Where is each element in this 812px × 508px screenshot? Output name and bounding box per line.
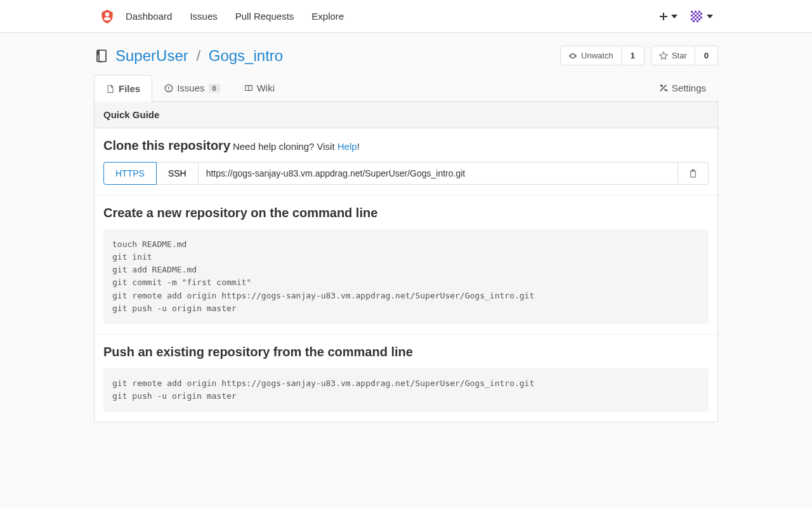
create-repo-title: Create a new repository on the command l… bbox=[103, 206, 709, 220]
svg-rect-3 bbox=[698, 11, 700, 13]
quick-guide-panel: Quick Guide Clone this repository Need h… bbox=[94, 102, 718, 422]
svg-rect-11 bbox=[697, 17, 698, 18]
tab-issues[interactable]: Issues 0 bbox=[152, 74, 232, 101]
clone-section: Clone this repository Need help cloning?… bbox=[95, 128, 717, 196]
unwatch-label: Unwatch bbox=[581, 51, 613, 60]
quick-guide-header: Quick Guide bbox=[95, 102, 717, 128]
create-repo-code[interactable]: touch README.md git init git add README.… bbox=[103, 229, 709, 324]
tab-settings-label: Settings bbox=[672, 83, 706, 93]
svg-rect-5 bbox=[697, 13, 698, 15]
star-icon bbox=[659, 51, 668, 60]
help-link[interactable]: Help bbox=[337, 141, 357, 152]
nav-issues[interactable]: Issues bbox=[190, 11, 217, 22]
nav-dashboard[interactable]: Dashboard bbox=[126, 11, 172, 22]
issues-count-badge: 0 bbox=[209, 84, 220, 93]
star-count[interactable]: 0 bbox=[695, 46, 718, 65]
svg-rect-6 bbox=[700, 13, 702, 15]
nav-pull-requests[interactable]: Pull Requests bbox=[235, 11, 294, 22]
user-menu[interactable] bbox=[689, 9, 713, 24]
clone-title: Clone this repository bbox=[103, 138, 230, 152]
tab-issues-label: Issues bbox=[177, 83, 204, 93]
create-menu[interactable] bbox=[658, 11, 678, 22]
chevron-down-icon bbox=[671, 15, 678, 18]
svg-point-21 bbox=[98, 53, 98, 54]
svg-rect-14 bbox=[695, 18, 697, 20]
clipboard-icon bbox=[688, 169, 698, 178]
push-repo-code[interactable]: git remote add origin https://gogs-sanja… bbox=[103, 368, 709, 411]
repo-tabs: Files Issues 0 Wiki Settings bbox=[94, 74, 718, 102]
svg-rect-16 bbox=[693, 20, 695, 22]
svg-rect-8 bbox=[695, 15, 697, 17]
svg-rect-4 bbox=[693, 13, 695, 15]
push-repo-title: Push an existing repository from the com… bbox=[103, 345, 709, 359]
star-label: Star bbox=[672, 51, 687, 60]
svg-rect-17 bbox=[697, 20, 698, 22]
repo-name-link[interactable]: Gogs_intro bbox=[209, 47, 283, 64]
svg-rect-2 bbox=[695, 11, 697, 13]
svg-rect-10 bbox=[693, 17, 695, 18]
create-repo-section: Create a new repository on the command l… bbox=[95, 196, 717, 335]
repo-icon bbox=[94, 48, 109, 64]
svg-rect-12 bbox=[700, 17, 702, 18]
svg-rect-9 bbox=[698, 15, 700, 17]
tools-icon bbox=[658, 83, 668, 93]
top-navigation: Dashboard Issues Pull Requests Explore bbox=[0, 0, 812, 33]
star-button[interactable]: Star bbox=[651, 46, 695, 65]
svg-rect-7 bbox=[691, 15, 693, 17]
ssh-button[interactable]: SSH bbox=[157, 162, 199, 185]
issue-icon bbox=[164, 84, 173, 93]
file-icon bbox=[106, 84, 115, 93]
gogs-logo-icon[interactable] bbox=[99, 8, 115, 25]
copy-url-button[interactable] bbox=[678, 162, 709, 185]
tab-wiki-label: Wiki bbox=[257, 83, 275, 93]
nav-links: Dashboard Issues Pull Requests Explore bbox=[126, 11, 344, 22]
nav-explore[interactable]: Explore bbox=[311, 11, 344, 22]
tab-files[interactable]: Files bbox=[94, 75, 152, 102]
star-group: Star 0 bbox=[651, 46, 718, 65]
tab-settings[interactable]: Settings bbox=[646, 74, 718, 101]
book-icon bbox=[244, 84, 253, 93]
watch-count[interactable]: 1 bbox=[622, 46, 645, 65]
push-repo-section: Push an existing repository from the com… bbox=[95, 335, 717, 422]
tab-wiki[interactable]: Wiki bbox=[232, 74, 287, 101]
repo-owner-link[interactable]: SuperUser bbox=[115, 47, 188, 64]
clone-help-text: Need help cloning? Visit Help! bbox=[233, 141, 360, 152]
eye-icon bbox=[568, 51, 577, 60]
clone-url-group: HTTPS SSH bbox=[103, 162, 709, 185]
svg-rect-13 bbox=[691, 18, 693, 20]
repo-header: SuperUser / Gogs_intro Unwatch 1 Star bbox=[94, 46, 718, 74]
watch-group: Unwatch 1 bbox=[560, 46, 645, 65]
svg-rect-1 bbox=[691, 11, 693, 13]
svg-point-24 bbox=[168, 89, 169, 90]
unwatch-button[interactable]: Unwatch bbox=[560, 46, 622, 65]
plus-icon bbox=[658, 11, 669, 22]
breadcrumb: SuperUser / Gogs_intro bbox=[115, 47, 283, 65]
clone-url-input[interactable] bbox=[199, 162, 678, 185]
user-avatar-icon bbox=[689, 9, 704, 24]
tab-files-label: Files bbox=[119, 83, 140, 94]
chevron-down-icon bbox=[707, 15, 713, 18]
svg-rect-15 bbox=[698, 18, 700, 20]
svg-point-20 bbox=[98, 51, 98, 52]
https-button[interactable]: HTTPS bbox=[103, 162, 157, 185]
breadcrumb-divider: / bbox=[196, 47, 200, 64]
